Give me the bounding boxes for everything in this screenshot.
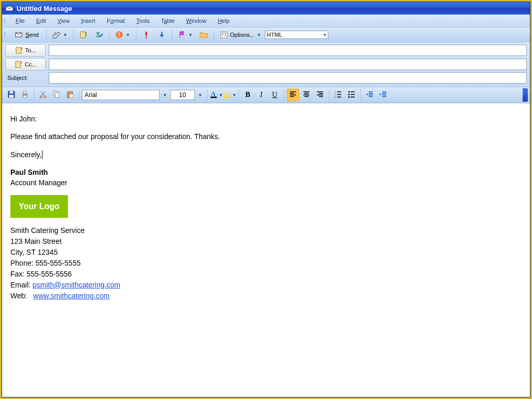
signature-contact: Smith Catering Service 123 Main Street C… [10,225,522,301]
print-icon [21,90,29,100]
font-color-icon: A [209,90,218,100]
main-toolbar: Send ▼ ▼ ▼ Options... ▼ HTML ▼ [2,27,530,43]
bold-button[interactable]: B [242,89,254,101]
svg-rect-10 [225,33,226,34]
svg-rect-13 [16,47,21,53]
toolbar-grip[interactable] [4,29,7,40]
permission-button[interactable]: ▼ [112,29,133,41]
body-closing: Sincerely, [10,149,522,160]
copy-icon [52,90,61,100]
menu-insert[interactable]: Insert [76,16,101,26]
options-button[interactable]: Options... ▼ [217,29,264,41]
outdent-icon [366,90,374,100]
align-left-icon [289,90,297,100]
align-center-icon [302,90,311,100]
sig-addr1: 123 Main Street [10,237,62,245]
svg-rect-21 [23,91,26,93]
font-select[interactable]: Arial [82,90,160,100]
separator [172,29,172,40]
svg-rect-3 [86,32,87,34]
address-book-button[interactable] [76,29,91,41]
svg-rect-14 [21,48,22,49]
message-body[interactable]: Hi John: Please find attached our propos… [2,103,530,397]
align-center-button[interactable] [300,89,313,101]
send-button[interactable]: Send [10,29,44,41]
menu-format[interactable]: Format [102,16,130,26]
folder-button[interactable] [197,29,211,41]
font-color-button[interactable]: A▼ [210,89,222,101]
copy-button[interactable] [50,89,63,101]
svg-rect-31 [211,97,217,98]
menubar-grip[interactable] [4,16,7,25]
separator [329,89,329,101]
svg-rect-22 [23,95,26,98]
svg-rect-19 [9,95,13,98]
save-icon [7,90,16,100]
format-select-value: HTML [267,32,313,38]
numbered-list-icon: 123 [334,90,342,100]
to-input[interactable] [49,45,527,56]
italic-button[interactable]: I [255,89,268,101]
svg-text:A: A [211,90,216,98]
save-button[interactable] [5,89,18,101]
to-button[interactable]: To... [5,44,46,57]
svg-point-37 [348,94,349,95]
align-right-button[interactable] [314,89,326,101]
print-button[interactable] [19,89,31,101]
indent-icon [379,90,387,100]
toolbar-overflow[interactable] [523,88,528,102]
sig-name: Paul Smith [10,168,48,176]
separator [109,29,109,40]
svg-rect-2 [80,32,86,38]
address-book-icon [79,31,88,39]
menu-edit[interactable]: Edit [31,16,51,26]
underline-button[interactable]: U [269,89,281,101]
menu-view[interactable]: View [52,16,75,26]
format-select[interactable]: HTML ▼ [265,31,328,39]
outdent-button[interactable] [363,89,376,101]
separator [73,29,74,40]
indent-button[interactable] [377,89,389,101]
importance-low-button[interactable] [155,29,169,41]
menu-table[interactable]: Table [156,16,179,26]
separator [46,29,47,40]
bullet-list-button[interactable] [345,89,358,101]
svg-rect-26 [55,93,59,98]
check-names-button[interactable] [92,29,106,41]
svg-rect-8 [221,32,227,38]
cc-input[interactable] [49,59,527,70]
svg-rect-29 [69,94,73,98]
menu-window[interactable]: Window [181,16,212,26]
menu-file[interactable]: File [10,16,30,26]
importance-high-icon [142,31,150,39]
titlebar: Untitled Message [2,2,530,15]
highlight-button[interactable]: ▼ [223,89,236,101]
menu-tools[interactable]: Tools [131,16,155,26]
cut-icon [39,90,47,100]
paste-button[interactable] [64,89,76,101]
address-book-icon [15,60,23,68]
font-dropdown-arrow[interactable]: ▼ [161,92,169,99]
recipient-area: To... Cc... Subject: [2,43,530,87]
align-left-button[interactable] [287,89,299,101]
paperclip-icon [52,31,61,39]
sig-web-link[interactable]: www.smithcatering.com [33,292,109,300]
subject-input[interactable] [49,72,527,84]
size-select[interactable]: 10 [170,90,195,100]
importance-high-button[interactable] [139,29,153,41]
sig-email-link[interactable]: psmith@smithcatering.com [33,281,120,289]
separator [360,89,361,101]
menu-help[interactable]: Help [213,16,235,26]
cut-button[interactable] [37,89,49,101]
cc-button[interactable]: Cc... [5,58,46,71]
numbered-list-button[interactable]: 123 [332,89,344,101]
size-dropdown-arrow[interactable]: ▼ [196,92,204,99]
importance-low-icon [158,31,166,39]
body-line: Please find attached our proposal for yo… [10,131,522,142]
body-greeting: Hi John: [10,114,522,124]
attach-button[interactable]: ▼ [49,29,71,41]
separator [214,29,214,40]
send-icon [15,31,23,39]
flag-button[interactable]: ▼ [175,29,196,41]
phone-label: Phone: [10,259,35,267]
